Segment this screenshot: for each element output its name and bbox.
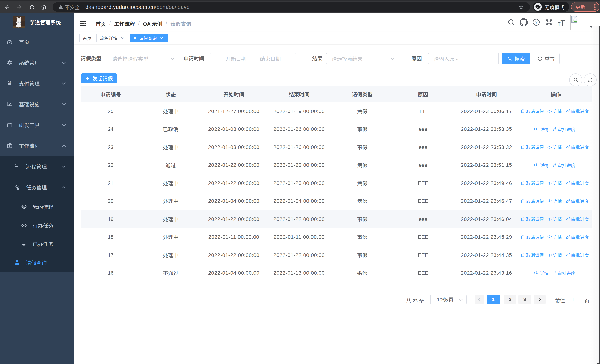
svg-text:?: ? [535,20,538,25]
